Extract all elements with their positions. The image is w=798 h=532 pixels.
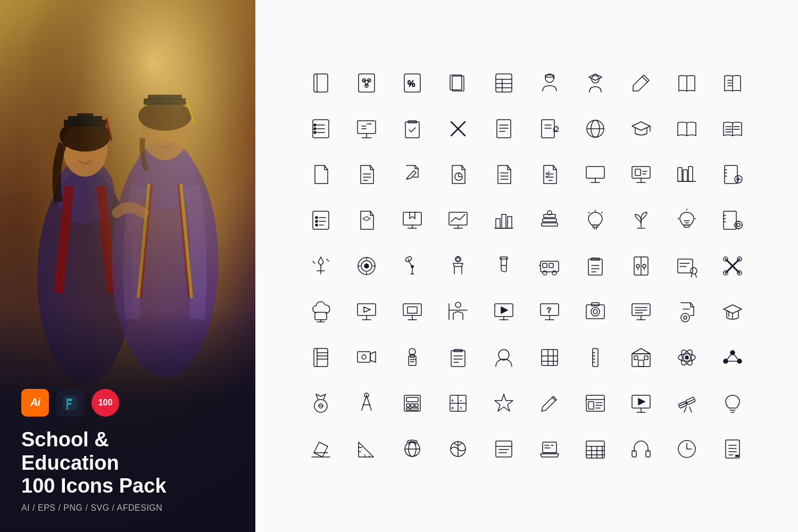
svg-text:×: ×: [451, 405, 454, 411]
svg-rect-181: [588, 259, 602, 275]
icon-pen-writing: [530, 384, 569, 422]
icon-headphone-audio: [622, 430, 660, 468]
icon-clipboard-lines: [576, 247, 614, 285]
svg-marker-74: [632, 122, 650, 130]
icon-lab-tubes: [485, 247, 523, 285]
icon-video-record: [347, 338, 386, 377]
svg-rect-96: [632, 167, 650, 178]
svg-rect-179: [549, 263, 553, 268]
svg-point-188: [643, 264, 646, 268]
svg-point-176: [543, 271, 547, 275]
icon-bookshelf: [668, 155, 706, 194]
icon-computer-question: ?: [530, 293, 569, 331]
pack-title: School & Education 100 Icons Pack: [21, 428, 234, 498]
svg-rect-131: [542, 223, 558, 226]
svg-rect-93: [586, 167, 604, 178]
icon-graduation-wand: [302, 247, 340, 285]
badge-figma: [56, 389, 84, 417]
svg-line-281: [733, 353, 739, 361]
svg-point-361: [737, 455, 739, 457]
icon-calculator-grid: [393, 384, 431, 422]
icon-lined-document: [485, 155, 523, 194]
svg-text:÷: ÷: [460, 405, 462, 411]
icon-laptop-study: [530, 430, 569, 468]
svg-rect-338: [543, 442, 556, 453]
svg-rect-272: [644, 356, 648, 360]
svg-rect-145: [724, 211, 736, 229]
svg-point-150: [737, 223, 740, 227]
icon-graduation-book: [347, 201, 386, 239]
svg-point-225: [591, 307, 600, 316]
icon-crossed-tools: [713, 247, 752, 285]
svg-rect-135: [593, 225, 598, 227]
svg-point-53: [314, 131, 316, 134]
icon-certificate: [668, 247, 706, 285]
icon-idea-lightbulb: [668, 201, 706, 239]
icon-screen-document: [622, 293, 660, 331]
svg-rect-334: [496, 441, 512, 457]
svg-rect-178: [543, 263, 547, 268]
svg-rect-63: [497, 120, 511, 138]
icon-grad-hat-simple: [713, 293, 752, 331]
icon-eraser: [302, 430, 340, 468]
svg-line-159: [327, 259, 329, 261]
icon-clipboard-check: [393, 110, 431, 148]
svg-line-319: [684, 407, 686, 412]
icon-person-presenting: [439, 293, 477, 331]
svg-rect-18: [314, 74, 328, 92]
icon-list-book: [713, 64, 752, 102]
svg-marker-207: [364, 307, 370, 312]
svg-point-115: [315, 220, 318, 222]
icon-presentation-board: [347, 110, 386, 148]
svg-rect-296: [411, 408, 418, 410]
svg-line-140: [602, 212, 603, 213]
badge-100: 100: [92, 389, 119, 417]
svg-marker-237: [724, 305, 742, 313]
svg-point-187: [636, 264, 639, 268]
svg-rect-270: [638, 360, 644, 367]
svg-rect-343: [586, 441, 604, 458]
icon-molecule-nodes: [713, 338, 752, 377]
svg-marker-313: [638, 398, 645, 405]
svg-rect-127: [496, 219, 500, 228]
icon-checklist-document: [530, 155, 569, 194]
svg-point-247: [362, 355, 366, 359]
svg-rect-99: [635, 169, 641, 176]
icon-graduate-student: [530, 64, 569, 102]
icon-graduation-cap: [622, 110, 660, 148]
svg-marker-40: [589, 74, 602, 80]
svg-rect-292: [406, 404, 410, 407]
icon-clock: [668, 430, 706, 468]
icon-globe-alternate: [439, 430, 477, 468]
svg-rect-293: [411, 404, 414, 407]
svg-text:−: −: [460, 398, 462, 403]
svg-text:?: ?: [547, 306, 551, 314]
svg-rect-128: [502, 214, 506, 228]
svg-line-280: [726, 353, 733, 361]
svg-rect-291: [406, 397, 418, 402]
svg-marker-120: [363, 217, 370, 221]
svg-marker-304: [495, 394, 513, 411]
icon-document-edit: [530, 110, 569, 148]
svg-rect-102: [678, 168, 682, 181]
svg-rect-228: [632, 304, 650, 315]
svg-point-51: [314, 124, 316, 126]
icon-table-doc: [485, 64, 523, 102]
icon-desk-lamp: [393, 247, 431, 285]
svg-rect-121: [403, 212, 421, 225]
icon-globe-wifi: [393, 430, 431, 468]
icon-web-layout: [576, 384, 614, 422]
right-panel: %: [255, 0, 798, 532]
svg-point-257: [498, 350, 509, 360]
icon-open-book-thin: [668, 64, 706, 102]
svg-line-194: [695, 274, 696, 277]
icon-ruler-vertical: [576, 338, 614, 377]
icon-notebook: [302, 64, 340, 102]
svg-rect-129: [508, 217, 512, 228]
svg-text:%: %: [408, 79, 415, 88]
icon-person-study: [439, 247, 477, 285]
svg-point-52: [314, 128, 316, 130]
svg-rect-20: [359, 74, 375, 92]
icon-bullet-list-doc: [302, 201, 340, 239]
icon-medal-award: [302, 384, 340, 422]
